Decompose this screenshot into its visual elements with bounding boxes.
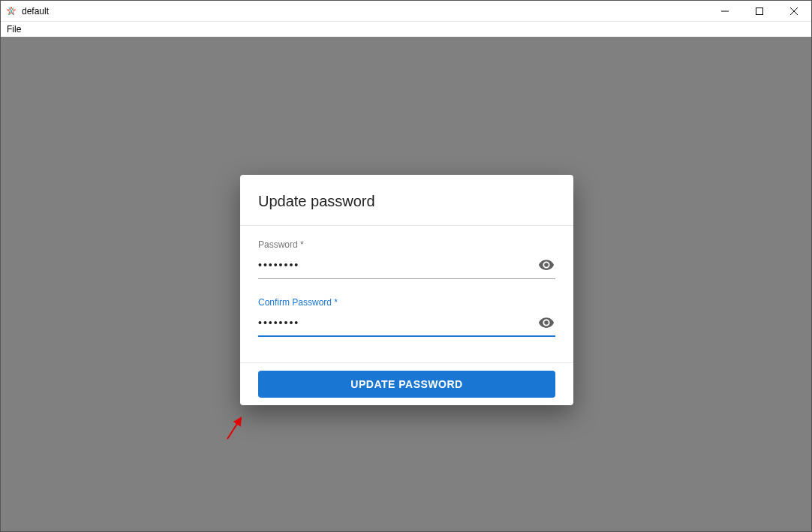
dialog-header: Update password	[240, 175, 573, 226]
eye-icon	[538, 257, 555, 273]
dialog-footer: UPDATE PASSWORD	[240, 363, 573, 405]
menu-file[interactable]: File	[4, 24, 24, 35]
confirm-password-input[interactable]: ••••••••	[258, 317, 537, 329]
app-icon	[5, 5, 17, 17]
close-button[interactable]	[777, 1, 811, 21]
confirm-password-label: Confirm Password *	[258, 297, 555, 308]
password-input[interactable]: ••••••••	[258, 259, 537, 271]
content-viewport: Update password Password * •••••••• Conf…	[1, 37, 811, 531]
toggle-confirm-password-visibility[interactable]	[537, 314, 555, 332]
confirm-password-input-row: ••••••••	[258, 314, 555, 337]
update-password-button[interactable]: UPDATE PASSWORD	[258, 371, 555, 398]
maximize-button[interactable]	[742, 1, 777, 21]
svg-rect-0	[756, 8, 763, 14]
window-title: default	[22, 6, 708, 17]
dialog-body: Password * •••••••• Confirm Password * •…	[240, 226, 573, 363]
dialog-title: Update password	[258, 193, 555, 210]
password-input-row: ••••••••	[258, 256, 555, 279]
update-password-dialog: Update password Password * •••••••• Conf…	[240, 175, 573, 405]
toggle-password-visibility[interactable]	[537, 256, 555, 274]
menubar: File	[1, 22, 811, 37]
window-controls	[708, 1, 811, 21]
password-field: Password * ••••••••	[258, 239, 555, 279]
eye-icon	[538, 314, 555, 331]
svg-line-1	[227, 418, 241, 439]
minimize-button[interactable]	[708, 1, 742, 21]
confirm-password-field: Confirm Password * ••••••••	[258, 297, 555, 337]
password-label: Password *	[258, 239, 555, 250]
window-titlebar: default	[1, 1, 811, 22]
annotation-arrow	[224, 412, 247, 442]
